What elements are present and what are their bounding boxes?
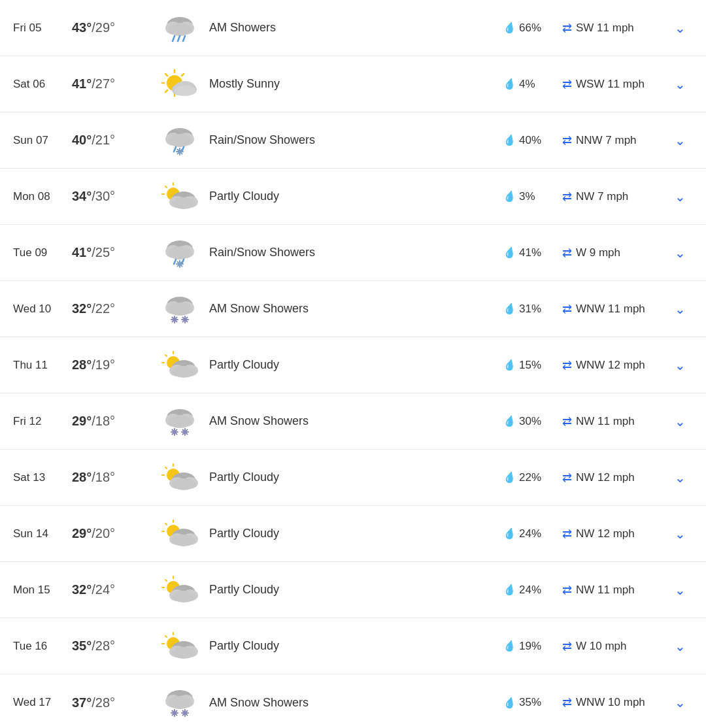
weather-row[interactable]: Sun 14 29°/20° Partly Cloudy 💧 24% (0, 506, 706, 562)
row-wind: ⇄ NNW 7 mph (562, 133, 667, 148)
svg-line-5 (178, 36, 180, 41)
wind-value: NW 12 mph (576, 527, 635, 540)
weather-icon-container (157, 462, 203, 493)
wind-icon: ⇄ (562, 21, 572, 35)
row-condition: Partly Cloudy (203, 639, 503, 653)
row-precip: 💧 30% (503, 415, 562, 428)
precip-value: 41% (519, 246, 541, 259)
svg-line-4 (173, 36, 175, 41)
weather-icon-container (157, 631, 203, 662)
row-precip: 💧 35% (503, 696, 562, 709)
expand-button[interactable]: ⌄ (667, 357, 693, 373)
row-date: Mon 15 (13, 584, 72, 597)
weather-icon-container (157, 237, 203, 269)
weather-row[interactable]: Tue 16 35°/28° Partly Cloudy 💧 19% (0, 618, 706, 674)
temp-high: 32° (72, 301, 92, 316)
temp-high: 28° (72, 470, 92, 484)
temp-low: /18° (92, 470, 115, 484)
svg-line-24 (174, 147, 176, 152)
weather-row[interactable]: Sat 13 28°/18° Partly Cloudy 💧 22% (0, 450, 706, 506)
expand-button[interactable]: ⌄ (667, 189, 693, 205)
wind-value: NW 11 mph (576, 584, 635, 597)
wind-value: W 10 mph (576, 640, 626, 653)
svg-line-91 (165, 467, 167, 469)
row-precip: 💧 31% (503, 303, 562, 316)
precipitation-icon: 💧 (502, 20, 518, 36)
row-temp: 41°/27° (72, 76, 157, 91)
chevron-down-icon: ⌄ (675, 245, 686, 261)
weather-row[interactable]: Tue 09 41°/25° Rain/Snow Showers 💧 41% ⇄ (0, 225, 706, 281)
precipitation-icon: 💧 (502, 414, 518, 429)
svg-point-77 (168, 415, 192, 428)
weather-icon-container (157, 293, 203, 325)
weather-icon-container (157, 69, 203, 100)
svg-point-54 (168, 303, 192, 316)
expand-button[interactable]: ⌄ (667, 76, 693, 92)
temp-low: /21° (92, 133, 115, 147)
expand-button[interactable]: ⌄ (667, 133, 693, 148)
wind-icon: ⇄ (562, 414, 572, 429)
expand-button[interactable]: ⌄ (667, 582, 693, 598)
row-precip: 💧 19% (503, 640, 562, 653)
weather-row[interactable]: Sun 07 40°/21° Rain/Snow Showers 💧 40% ⇄ (0, 112, 706, 169)
precip-value: 24% (519, 527, 541, 540)
temp-high: 34° (72, 189, 92, 203)
wind-icon: ⇄ (562, 583, 572, 597)
weather-row[interactable]: Fri 05 43°/29° AM Showers 💧 66% ⇄ SW 11 … (0, 0, 706, 56)
precip-value: 15% (519, 359, 541, 372)
row-temp: 40°/21° (72, 133, 157, 148)
wind-value: NNW 7 mph (576, 134, 637, 147)
svg-point-40 (172, 197, 195, 209)
wind-value: W 9 mph (576, 246, 620, 259)
row-temp: 35°/28° (72, 638, 157, 654)
svg-point-3 (168, 23, 192, 36)
row-temp: 28°/18° (72, 470, 157, 485)
row-date: Sun 07 (13, 134, 72, 147)
precip-value: 35% (519, 696, 541, 709)
row-condition: Partly Cloudy (203, 583, 503, 597)
wind-value: NW 11 mph (576, 415, 635, 428)
precipitation-icon: 💧 (502, 526, 518, 542)
wind-icon: ⇄ (562, 639, 572, 654)
expand-button[interactable]: ⌄ (667, 470, 693, 486)
weather-row[interactable]: Wed 17 37°/28° AM Snow Showers 💧 35% (0, 674, 706, 728)
precip-value: 30% (519, 415, 541, 428)
chevron-down-icon: ⌄ (675, 189, 686, 205)
expand-button[interactable]: ⌄ (667, 414, 693, 429)
row-date: Mon 08 (13, 190, 72, 203)
expand-button[interactable]: ⌄ (667, 638, 693, 654)
weather-row[interactable]: Mon 08 34°/30° Partly Cloudy 💧 3% (0, 169, 706, 225)
row-condition: Partly Cloudy (203, 527, 503, 540)
weather-row[interactable]: Mon 15 32°/24° Partly Cloudy 💧 24% (0, 562, 706, 618)
weather-icon-container (157, 125, 203, 156)
row-precip: 💧 22% (503, 471, 562, 484)
temp-high: 37° (72, 695, 92, 710)
chevron-down-icon: ⌄ (675, 76, 686, 92)
wind-icon: ⇄ (562, 358, 572, 372)
expand-button[interactable]: ⌄ (667, 695, 693, 710)
wind-icon: ⇄ (562, 77, 572, 91)
chevron-down-icon: ⌄ (675, 414, 686, 429)
expand-button[interactable]: ⌄ (667, 20, 693, 36)
precipitation-icon: 💧 (502, 76, 518, 92)
weather-row[interactable]: Sat 06 41°/27° Mostly Sunny 💧 (0, 56, 706, 112)
weather-row[interactable]: Thu 11 28°/19° Partly Cloudy 💧 15% (0, 337, 706, 393)
weather-row[interactable]: Wed 10 32°/22° AM Snow Showers 💧 31% (0, 281, 706, 337)
weather-icon-container (157, 181, 203, 212)
wind-icon: ⇄ (562, 133, 572, 148)
svg-line-113 (165, 580, 167, 581)
wind-value: NW 12 mph (576, 471, 635, 484)
row-condition: Partly Cloudy (203, 358, 503, 372)
row-temp: 28°/19° (72, 357, 157, 372)
wind-icon: ⇄ (562, 246, 572, 260)
chevron-down-icon: ⌄ (675, 133, 686, 148)
row-precip: 💧 24% (503, 584, 562, 597)
row-temp: 29°/20° (72, 526, 157, 541)
weather-row[interactable]: Fri 12 29°/18° AM Snow Showers 💧 30% (0, 393, 706, 450)
temp-high: 41° (72, 245, 92, 259)
expand-button[interactable]: ⌄ (667, 301, 693, 317)
expand-button[interactable]: ⌄ (667, 245, 693, 261)
svg-line-124 (165, 636, 167, 637)
expand-button[interactable]: ⌄ (667, 526, 693, 542)
chevron-down-icon: ⌄ (675, 695, 686, 710)
